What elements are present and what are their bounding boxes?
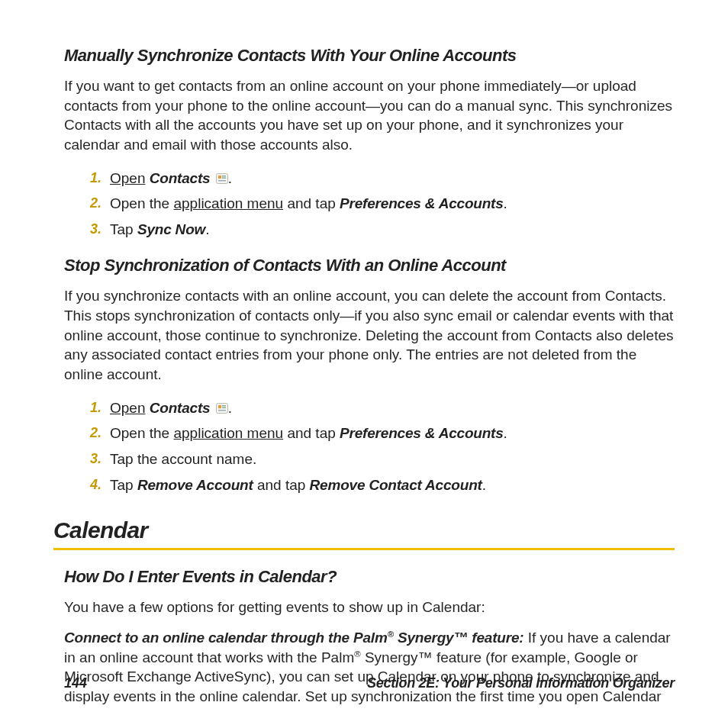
- step-text: .: [482, 477, 486, 493]
- step-text: .: [228, 170, 232, 186]
- page-number: 144: [64, 675, 87, 691]
- heading-enter-events: How Do I Enter Events in Calendar?: [64, 567, 675, 587]
- reg-mark: ®: [354, 649, 360, 658]
- svg-rect-7: [222, 405, 226, 406]
- svg-rect-8: [222, 407, 226, 407]
- heading-stop-sync: Stop Synchronization of Contacts With an…: [64, 256, 675, 275]
- para-calendar-synergy: Connect to an online calendar through th…: [64, 628, 675, 707]
- svg-rect-3: [222, 177, 226, 178]
- step-text: Tap: [110, 221, 137, 237]
- step-text: Open the: [110, 195, 173, 211]
- para-calendar-intro: You have a few options for getting event…: [64, 598, 675, 617]
- app-name-contacts: Contacts: [150, 170, 211, 186]
- para-stop-sync: If you synchronize contacts with an onli…: [64, 286, 675, 384]
- contacts-app-icon: [216, 403, 228, 414]
- open-link[interactable]: Open: [110, 400, 145, 416]
- step-item: Open the application menu and tap Prefer…: [90, 191, 675, 217]
- step-item: Open Contacts .: [90, 166, 675, 192]
- section-title-calendar: Calendar: [53, 517, 675, 543]
- para-manual-sync: If you want to get contacts from an onli…: [64, 76, 675, 155]
- step-text: .: [504, 425, 507, 441]
- step-text: and tap: [283, 425, 340, 441]
- svg-rect-1: [218, 176, 221, 179]
- ui-label: Remove Account: [137, 477, 253, 493]
- step-item: Open Contacts .: [90, 395, 675, 421]
- lead-in-label: Connect to an online calendar through th…: [64, 630, 523, 646]
- open-link[interactable]: Open: [110, 170, 145, 186]
- svg-rect-4: [218, 180, 226, 181]
- app-name-contacts: Contacts: [150, 400, 211, 416]
- step-text: Tap the account name.: [110, 451, 256, 467]
- step-item: Tap Sync Now.: [90, 217, 675, 243]
- section-divider: [53, 548, 675, 550]
- page-footer: 144 Section 2E: Your Personal Informatio…: [64, 675, 675, 691]
- step-text: Open the: [110, 425, 173, 441]
- svg-rect-6: [218, 405, 221, 408]
- steps-manual-sync: Open Contacts . Open the application men…: [64, 166, 675, 243]
- application-menu-link[interactable]: application menu: [173, 195, 283, 211]
- manual-page: Manually Synchronize Contacts With Your …: [0, 0, 728, 728]
- step-text: and tap: [253, 477, 310, 493]
- ui-label: Sync Now: [137, 221, 205, 237]
- step-text: .: [205, 221, 209, 237]
- step-text: .: [228, 400, 232, 416]
- step-text: Tap: [110, 477, 137, 493]
- ui-label: Preferences & Accounts: [340, 425, 504, 441]
- svg-rect-9: [218, 410, 226, 411]
- svg-rect-5: [216, 403, 227, 413]
- contacts-app-icon: [216, 173, 228, 184]
- footer-section-label: Section 2E: Your Personal Information Or…: [367, 675, 675, 691]
- steps-stop-sync: Open Contacts . Open the application men…: [64, 395, 675, 498]
- step-item: Open the application menu and tap Prefer…: [90, 420, 675, 446]
- ui-label: Remove Contact Account: [310, 477, 482, 493]
- step-text: .: [504, 195, 507, 211]
- step-text: and tap: [283, 195, 340, 211]
- heading-manual-sync: Manually Synchronize Contacts With Your …: [64, 46, 675, 66]
- step-item: Tap the account name.: [90, 446, 675, 472]
- svg-rect-2: [222, 176, 226, 176]
- step-item: Tap Remove Account and tap Remove Contac…: [90, 472, 675, 498]
- application-menu-link[interactable]: application menu: [173, 425, 283, 441]
- ui-label: Preferences & Accounts: [340, 195, 504, 211]
- svg-rect-0: [216, 173, 227, 183]
